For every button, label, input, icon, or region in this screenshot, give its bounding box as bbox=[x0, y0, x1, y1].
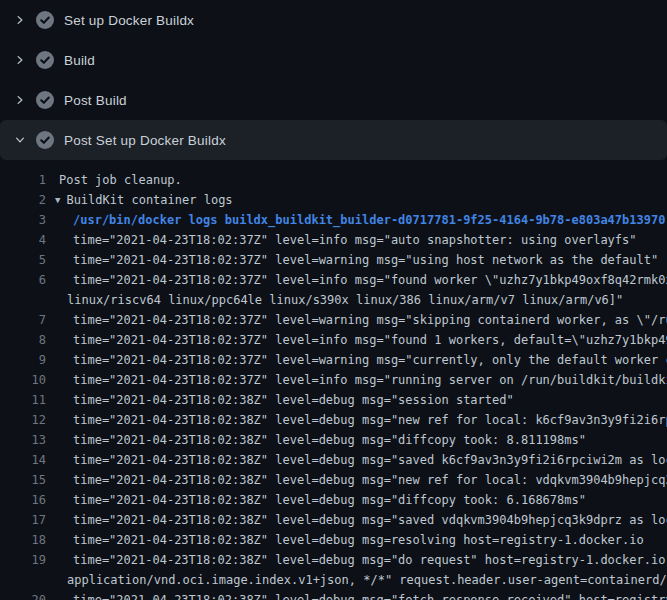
log-line: 7 time="2021-04-23T18:02:37Z" level=warn… bbox=[0, 310, 667, 330]
line-number[interactable]: 13 bbox=[0, 430, 46, 450]
chevron-right-icon bbox=[12, 92, 28, 108]
chevron-right-icon bbox=[12, 12, 28, 28]
log-text: ▼BuildKit container logs bbox=[46, 190, 667, 210]
log-text: time="2021-04-23T18:02:38Z" level=debug … bbox=[46, 490, 667, 510]
log-line: 17 time="2021-04-23T18:02:38Z" level=deb… bbox=[0, 510, 667, 530]
line-number[interactable]: 7 bbox=[0, 310, 46, 330]
chevron-right-icon bbox=[12, 52, 28, 68]
log-text: /usr/bin/docker logs buildx_buildkit_bui… bbox=[46, 210, 667, 230]
step-label: Post Build bbox=[64, 93, 127, 108]
log-line: 12 time="2021-04-23T18:02:38Z" level=deb… bbox=[0, 410, 667, 430]
log-line: 4 time="2021-04-23T18:02:37Z" level=info… bbox=[0, 230, 667, 250]
log-text: time="2021-04-23T18:02:37Z" level=info m… bbox=[46, 270, 667, 290]
step-label: Build bbox=[64, 53, 95, 68]
group-expanded-icon[interactable]: ▼ bbox=[55, 190, 60, 210]
step-label: Set up Docker Buildx bbox=[64, 13, 194, 28]
line-number[interactable]: 15 bbox=[0, 470, 46, 490]
log-text: time="2021-04-23T18:02:38Z" level=debug … bbox=[46, 530, 667, 550]
log-line: 13 time="2021-04-23T18:02:38Z" level=deb… bbox=[0, 430, 667, 450]
line-number[interactable]: 20 bbox=[0, 590, 46, 600]
line-number[interactable]: 9 bbox=[0, 350, 46, 370]
check-circle-icon bbox=[36, 11, 54, 29]
line-number[interactable]: 4 bbox=[0, 230, 46, 250]
line-number[interactable]: 11 bbox=[0, 390, 46, 410]
log-group-toggle[interactable]: 2 ▼BuildKit container logs bbox=[0, 190, 667, 210]
log-text: time="2021-04-23T18:02:38Z" level=debug … bbox=[46, 430, 667, 450]
log-line-continuation: linux/riscv64 linux/ppc64le linux/s390x … bbox=[0, 290, 667, 310]
log-line: 14 time="2021-04-23T18:02:38Z" level=deb… bbox=[0, 450, 667, 470]
log-text: time="2021-04-23T18:02:37Z" level=warnin… bbox=[46, 250, 667, 270]
log-line-continuation: application/vnd.oci.image.index.v1+json,… bbox=[0, 570, 667, 590]
line-number[interactable]: 5 bbox=[0, 250, 46, 270]
log-line: 18 time="2021-04-23T18:02:38Z" level=deb… bbox=[0, 530, 667, 550]
log-line: 16 time="2021-04-23T18:02:38Z" level=deb… bbox=[0, 490, 667, 510]
line-number[interactable]: 17 bbox=[0, 510, 46, 530]
log-line: 19 time="2021-04-23T18:02:38Z" level=deb… bbox=[0, 550, 667, 570]
line-number[interactable]: 8 bbox=[0, 330, 46, 350]
step-header-post-build[interactable]: Post Build bbox=[0, 80, 667, 120]
log-text: time="2021-04-23T18:02:37Z" level=info m… bbox=[46, 370, 667, 390]
line-number[interactable]: 10 bbox=[0, 370, 46, 390]
line-number[interactable]: 6 bbox=[0, 270, 46, 290]
log-text: time="2021-04-23T18:02:37Z" level=warnin… bbox=[46, 310, 667, 330]
actions-log-viewer: Set up Docker Buildx Build Post Build bbox=[0, 0, 667, 600]
step-label: Post Set up Docker Buildx bbox=[64, 133, 226, 148]
log-text: time="2021-04-23T18:02:38Z" level=debug … bbox=[46, 470, 667, 490]
log-output: 1 Post job cleanup. 2 ▼BuildKit containe… bbox=[0, 170, 667, 600]
log-line: 1 Post job cleanup. bbox=[0, 170, 667, 190]
log-line: 10 time="2021-04-23T18:02:37Z" level=inf… bbox=[0, 370, 667, 390]
log-text: time="2021-04-23T18:02:37Z" level=warnin… bbox=[46, 350, 667, 370]
step-header-post-setup-docker-buildx[interactable]: Post Set up Docker Buildx bbox=[0, 120, 667, 160]
log-text: time="2021-04-23T18:02:37Z" level=info m… bbox=[46, 330, 667, 350]
log-text: linux/riscv64 linux/ppc64le linux/s390x … bbox=[46, 290, 667, 310]
chevron-down-icon bbox=[12, 132, 28, 148]
log-command-line: 3 /usr/bin/docker logs buildx_buildkit_b… bbox=[0, 210, 667, 230]
check-circle-icon bbox=[36, 131, 54, 149]
log-line: 8 time="2021-04-23T18:02:37Z" level=info… bbox=[0, 330, 667, 350]
log-text: time="2021-04-23T18:02:38Z" level=debug … bbox=[46, 550, 667, 570]
line-number[interactable]: 1 bbox=[0, 170, 46, 190]
log-text: time="2021-04-23T18:02:37Z" level=info m… bbox=[46, 230, 667, 250]
log-line: 6 time="2021-04-23T18:02:37Z" level=info… bbox=[0, 270, 667, 290]
step-list: Set up Docker Buildx Build Post Build bbox=[0, 0, 667, 160]
log-text: application/vnd.oci.image.index.v1+json,… bbox=[46, 570, 667, 590]
log-text: time="2021-04-23T18:02:38Z" level=debug … bbox=[46, 510, 667, 530]
line-number bbox=[0, 290, 46, 310]
log-line: 9 time="2021-04-23T18:02:37Z" level=warn… bbox=[0, 350, 667, 370]
line-number[interactable]: 14 bbox=[0, 450, 46, 470]
log-text: Post job cleanup. bbox=[46, 170, 667, 190]
log-line: 5 time="2021-04-23T18:02:37Z" level=warn… bbox=[0, 250, 667, 270]
check-circle-icon bbox=[36, 91, 54, 109]
log-line: 20 time="2021-04-23T18:02:38Z" level=deb… bbox=[0, 590, 667, 600]
log-line: 15 time="2021-04-23T18:02:38Z" level=deb… bbox=[0, 470, 667, 490]
line-number[interactable]: 18 bbox=[0, 530, 46, 550]
step-header-setup-docker-buildx[interactable]: Set up Docker Buildx bbox=[0, 0, 667, 40]
line-number[interactable]: 19 bbox=[0, 550, 46, 570]
line-number[interactable]: 12 bbox=[0, 410, 46, 430]
log-text: time="2021-04-23T18:02:38Z" level=debug … bbox=[46, 410, 667, 430]
line-number[interactable]: 2 bbox=[0, 190, 46, 210]
log-line: 11 time="2021-04-23T18:02:38Z" level=deb… bbox=[0, 390, 667, 410]
group-title: BuildKit container logs bbox=[66, 193, 232, 207]
line-number[interactable]: 16 bbox=[0, 490, 46, 510]
log-text: time="2021-04-23T18:02:38Z" level=debug … bbox=[46, 390, 667, 410]
log-text: time="2021-04-23T18:02:38Z" level=debug … bbox=[46, 450, 667, 470]
step-header-build[interactable]: Build bbox=[0, 40, 667, 80]
line-number[interactable]: 3 bbox=[0, 210, 46, 230]
check-circle-icon bbox=[36, 51, 54, 69]
line-number bbox=[0, 570, 46, 590]
log-text: time="2021-04-23T18:02:38Z" level=debug … bbox=[46, 590, 667, 600]
